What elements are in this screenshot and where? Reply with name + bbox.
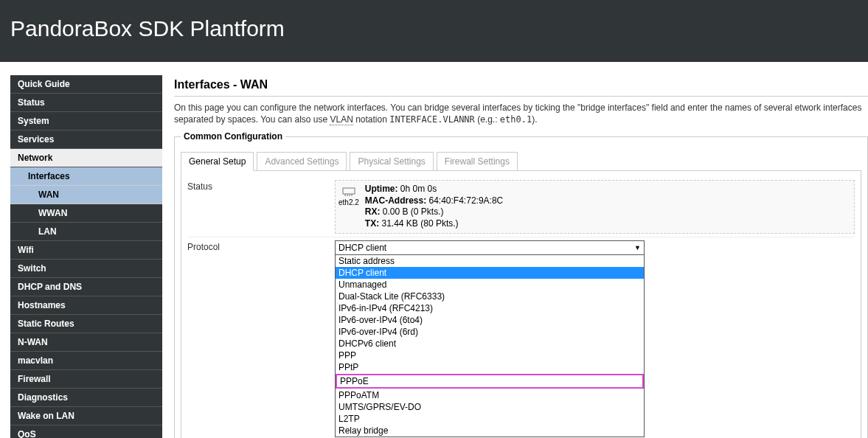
protocol-option[interactable]: L2TP [336,413,644,425]
sidebar-item-system[interactable]: System [10,112,162,131]
sidebar-item-lan[interactable]: LAN [10,223,162,241]
protocol-option[interactable]: Static address [336,255,644,267]
tabs: General Setup Advanced Settings Physical… [181,152,861,171]
sidebar-item-hostnames[interactable]: Hostnames [10,296,162,315]
svg-rect-0 [343,188,355,194]
sidebar-item-network[interactable]: Network [10,149,162,167]
sidebar-item-qos[interactable]: QoS [10,425,162,438]
protocol-label: Protocol [187,240,335,437]
protocol-option[interactable]: PPPoATM [336,389,644,401]
chevron-down-icon: ▼ [634,244,641,251]
sidebar-item-wan[interactable]: WAN [10,186,162,204]
sidebar-item-switch[interactable]: Switch [10,260,162,278]
sidebar-item-diagnostics[interactable]: Diagnostics [10,389,162,407]
protocol-option[interactable]: UMTS/GPRS/EV-DO [336,401,644,413]
sidebar-item-wifi[interactable]: Wifi [10,241,162,260]
protocol-selected-value: DHCP client [338,243,386,253]
protocol-option[interactable]: DHCPv6 client [336,338,644,350]
tab-advanced-settings[interactable]: Advanced Settings [257,152,347,171]
sidebar-item-status[interactable]: Status [10,94,162,112]
protocol-option[interactable]: IPv6-over-IPv4 (6rd) [336,326,644,338]
tab-content: Status eth2.2 Uptime: 0h 0m 0s MAC-Addre… [181,170,861,438]
page-description: On this page you can configure the netwo… [174,102,868,125]
sidebar-item-nwan[interactable]: N-WAN [10,333,162,352]
sidebar-item-wake-on-lan[interactable]: Wake on LAN [10,407,162,425]
sidebar-item-wwan[interactable]: WWAN [10,204,162,223]
protocol-option[interactable]: PPPoE [336,374,644,389]
sidebar-item-firewall[interactable]: Firewall [10,370,162,389]
status-text: Uptime: 0h 0m 0s MAC-Address: 64:40:F4:7… [365,184,503,229]
page-title: Interfaces - WAN [174,78,868,97]
interface-name: eth2.2 [338,198,359,206]
protocol-option[interactable]: IPv6-in-IPv4 (RFC4213) [336,302,644,314]
sidebar-item-macvlan[interactable]: macvlan [10,352,162,370]
sidebar-item-static-routes[interactable]: Static Routes [10,315,162,333]
protocol-dropdown: Static addressDHCP clientUnmanagedDual-S… [335,255,645,437]
protocol-option[interactable]: PPtP [336,361,644,373]
common-configuration-fieldset: Common Configuration General Setup Advan… [174,131,868,438]
main-content: Interfaces - WAN On this page you can co… [162,62,868,438]
sidebar-item-interfaces[interactable]: Interfaces [10,167,162,186]
tab-physical-settings[interactable]: Physical Settings [350,152,433,171]
sidebar-item-dhcp-dns[interactable]: DHCP and DNS [10,278,162,296]
protocol-option[interactable]: PPP [336,350,644,361]
status-label: Status [187,180,335,233]
tab-general-setup[interactable]: General Setup [181,152,254,171]
tab-firewall-settings[interactable]: Firewall Settings [437,152,518,171]
app-header: PandoraBox SDK Plantform [0,0,868,62]
protocol-option[interactable]: Dual-Stack Lite (RFC6333) [336,291,644,302]
sidebar-item-quick-guide[interactable]: Quick Guide [10,75,162,94]
vlan-abbr: VLAN [330,114,353,125]
protocol-option[interactable]: IPv6-over-IPv4 (6to4) [336,314,644,326]
status-box: eth2.2 Uptime: 0h 0m 0s MAC-Address: 64:… [335,180,855,233]
protocol-option[interactable]: DHCP client [336,267,644,279]
interface-icon: eth2.2 [338,184,359,206]
protocol-option[interactable]: Relay bridge [336,425,644,437]
fieldset-legend: Common Configuration [181,131,285,142]
sidebar-item-services[interactable]: Services [10,131,162,149]
protocol-option[interactable]: Unmanaged [336,279,644,291]
app-title: PandoraBox SDK Plantform [10,16,858,41]
sidebar: Quick Guide Status System Services Netwo… [10,75,162,438]
protocol-select[interactable]: DHCP client ▼ [335,240,645,255]
